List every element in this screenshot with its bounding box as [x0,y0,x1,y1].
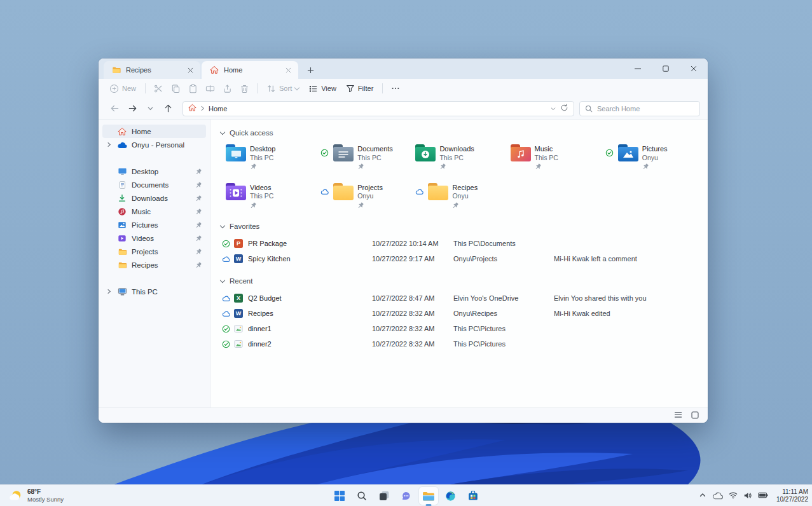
new-button[interactable]: New [105,82,141,95]
cloud-only-icon [222,294,231,303]
tab-home[interactable]: Home [202,61,298,79]
file-row-q2-budget[interactable]: XQ2 Budget10/27/2022 8:47 AMElvin Yoo's … [219,291,698,306]
sidebar-item-pictures[interactable]: Pictures [102,218,206,231]
chat-button[interactable] [397,487,416,505]
tab-recipes[interactable]: Recipes [104,61,200,79]
pin-icon [195,182,202,188]
see-more-button[interactable] [387,81,404,95]
file-name: Recipes [248,310,273,317]
recent-locations-button[interactable] [142,101,158,116]
sidebar-item-downloads[interactable]: Downloads [102,191,206,205]
close-tab-icon[interactable] [283,65,293,75]
view-button[interactable]: View [304,82,341,95]
refresh-icon[interactable] [560,104,568,113]
tile-location: This PC [357,154,393,162]
onedrive-tray-icon[interactable] [712,491,723,501]
chevron-right-icon[interactable] [106,289,112,294]
file-row-dinner1[interactable]: dinner110/27/2022 8:32 AMThis PC\Picture… [219,321,698,336]
sidebar-item-label: Music [132,208,190,215]
sort-button[interactable]: Sort [262,82,303,95]
file-name: PR Package [248,240,287,247]
wifi-icon[interactable] [729,491,738,500]
file-row-dinner2[interactable]: dinner210/27/2022 8:32 AMThis PC\Picture… [219,336,698,352]
details-view-button[interactable] [674,411,682,420]
minimize-button[interactable] [624,58,652,79]
task-view-button[interactable] [375,487,394,505]
section-recent[interactable]: Recent [221,275,698,287]
microsoft-store-button[interactable] [464,487,483,505]
sidebar-item-videos[interactable]: Videos [102,231,206,245]
rename-button[interactable] [202,81,218,95]
filter-label: Filter [358,85,373,92]
forward-button[interactable] [124,101,141,116]
windows-bloom-wallpaper [95,412,738,484]
breadcrumb-home[interactable]: Home [209,105,227,113]
start-button[interactable] [330,487,349,505]
tile-name: Desktop [250,145,275,154]
sidebar-item-onyu-personal[interactable]: Onyu - Personal [102,138,206,151]
tile-location: This PC [250,192,273,200]
sidebar-item-desktop[interactable]: Desktop [102,165,206,178]
cut-button[interactable] [150,81,167,95]
file-activity: Elvin Yoo shared this with you [554,294,698,302]
search-button[interactable] [352,487,371,505]
delete-button[interactable] [236,81,252,95]
sidebar-item-documents[interactable]: Documents [102,178,206,191]
quick-access-tile-recipes[interactable]: RecipesOnyu [415,182,506,211]
share-button[interactable] [219,81,235,95]
up-button[interactable] [160,101,176,116]
filter-button[interactable]: Filter [341,82,378,95]
clock[interactable]: 11:11 AM 10/27/2022 [774,488,808,504]
quick-access-tile-music[interactable]: MusicThis PC [511,144,602,172]
quick-access-tile-desktop[interactable]: DesktopThis PC [226,144,317,172]
file-explorer-button[interactable] [419,487,438,505]
file-row-spicy-kitchen[interactable]: WSpicy Kitchen10/27/2022 9:17 AMOnyu\Pro… [219,251,698,266]
section-favorites[interactable]: Favorites [221,221,698,232]
paste-button[interactable] [184,81,201,95]
quick-access-tile-downloads[interactable]: DownloadsThis PC [415,144,506,172]
folder-icon [118,247,127,256]
file-location: This PC\Pictures [453,340,554,348]
music-folder-icon [511,144,531,161]
quick-access-tile-projects[interactable]: ProjectsOnyu [320,182,411,211]
file-row-pr-package[interactable]: PPR Package10/27/2022 10:14 AMThis PC\Do… [219,236,698,251]
sidebar-item-recipes[interactable]: Recipes [102,258,206,271]
section-quick-access[interactable]: Quick access [221,127,698,139]
thumbnails-view-button[interactable] [691,411,699,420]
cloud-only-icon [320,188,329,196]
new-tab-button[interactable] [302,62,319,78]
file-row-recipes[interactable]: WRecipes10/27/2022 8:32 AMOnyu\RecipesMi… [219,306,698,321]
address-dropdown-icon[interactable] [550,106,556,112]
copy-button[interactable] [167,81,184,95]
tile-location: This PC [250,154,275,162]
battery-icon[interactable] [758,492,768,500]
quick-access-tile-pictures[interactable]: PicturesOnyu [605,144,696,172]
sidebar-item-projects[interactable]: Projects [102,245,206,258]
maximize-button[interactable] [652,58,680,79]
address-bar[interactable]: Home [182,101,574,116]
hidden-icons-chevron[interactable] [699,491,706,500]
chevron-right-icon[interactable] [106,142,112,147]
status-bar [99,407,708,423]
navigation-pane: HomeOnyu - PersonalDesktopDocumentsDownl… [99,120,210,407]
image-file-icon [234,339,243,348]
back-button[interactable] [106,101,123,116]
edge-button[interactable] [441,487,460,505]
sidebar-item-music[interactable]: Music [102,205,206,218]
pin-icon [195,222,202,228]
pin-icon [195,262,202,268]
volume-icon[interactable] [743,491,752,501]
weather-widget[interactable]: 68°F Mostly Sunny [5,485,67,506]
file-date: 10/27/2022 8:32 AM [372,325,453,332]
tile-name: Pictures [642,145,668,154]
sidebar-item-home[interactable]: Home [102,125,206,138]
sidebar-item-this-pc[interactable]: This PC [102,285,206,298]
quick-access-tile-documents[interactable]: DocumentsThis PC [320,144,411,172]
quick-access-tile-videos[interactable]: VideosThis PC [226,182,317,211]
toolbar-separator [382,83,383,93]
close-tab-icon[interactable] [185,65,195,75]
sidebar-item-label: Home [132,128,190,135]
close-window-button[interactable] [680,58,708,79]
chevron-down-icon [220,223,225,228]
search-input[interactable]: Search Home [579,101,700,116]
